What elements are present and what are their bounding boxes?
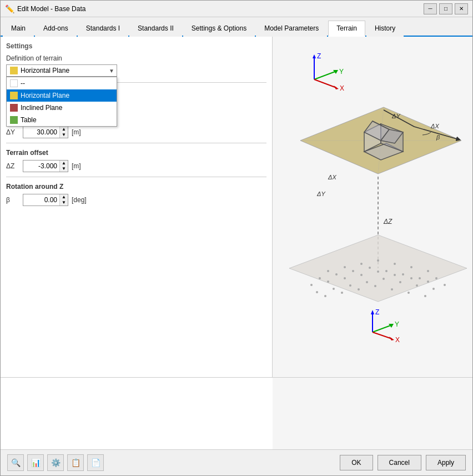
maximize-button[interactable]: □: [439, 3, 452, 14]
svg-point-56: [383, 278, 385, 280]
left-panel: Settings Definition of terrain Horizonta…: [1, 37, 273, 377]
dy-spin-down[interactable]: ▼: [60, 132, 68, 138]
svg-point-53: [333, 288, 335, 290]
footer-action-buttons: OK Cancel Apply: [340, 455, 466, 470]
dz-spin-down[interactable]: ▼: [60, 166, 68, 172]
dy-spin-up[interactable]: ▲: [60, 127, 68, 132]
svg-point-28: [327, 270, 329, 272]
close-button[interactable]: ✕: [455, 3, 468, 14]
window-icon: ✏️: [5, 4, 14, 13]
svg-point-36: [335, 273, 338, 275]
terrain-offset-title: Terrain offset: [6, 149, 266, 157]
dropdown-item-empty[interactable]: --: [7, 77, 117, 89]
divider-3: [6, 177, 266, 177]
cancel-button[interactable]: Cancel: [378, 455, 421, 470]
svg-text:X: X: [395, 336, 400, 344]
footer-clipboard-button[interactable]: 📋: [67, 454, 84, 471]
svg-point-35: [319, 277, 321, 279]
beta-spin-up[interactable]: ▲: [60, 194, 68, 200]
footer: 🔍 📊 ⚙️ 📋 📄 OK Cancel Apply: [1, 449, 472, 475]
tab-terrain[interactable]: Terrain: [328, 21, 365, 37]
dz-spin-buttons: ▲ ▼: [59, 161, 68, 172]
svg-point-62: [358, 288, 360, 290]
axes-bottom: Z Y X: [371, 308, 400, 344]
svg-point-57: [399, 281, 401, 283]
tab-main[interactable]: Main: [3, 21, 34, 37]
svg-point-48: [394, 274, 396, 276]
footer-search-button[interactable]: 🔍: [7, 454, 24, 471]
tab-standards2[interactable]: Standards II: [129, 21, 182, 37]
bottom-left-panel: [1, 377, 273, 449]
beta-spin-down[interactable]: ▼: [60, 200, 68, 206]
svg-point-39: [385, 270, 388, 272]
svg-point-51: [444, 284, 446, 286]
dropdown-item-horizontal[interactable]: Horizontal Plane: [7, 89, 117, 102]
dropdown-color-swatch: [10, 67, 18, 74]
dz-spin-up[interactable]: ▲: [60, 161, 68, 166]
terrain-3d-svg: Z Y X: [273, 46, 472, 368]
tab-standards1[interactable]: Standards I: [78, 21, 128, 37]
horizontal-swatch: [10, 92, 18, 99]
svg-text:ΔX: ΔX: [328, 174, 336, 181]
svg-point-60: [324, 295, 326, 297]
dropdown-item-label-horizontal: Horizontal Plane: [21, 92, 69, 99]
svg-text:Y: Y: [339, 68, 344, 76]
rotation-title: Rotation around Z: [6, 183, 266, 191]
terrain-dropdown-container: Horizontal Plane ▼ -- Horizontal Plane: [6, 64, 117, 77]
svg-point-58: [416, 284, 418, 287]
tab-history[interactable]: History: [366, 21, 404, 37]
svg-text:ΔX: ΔX: [430, 123, 439, 129]
svg-text:X: X: [340, 84, 344, 92]
footer-gear-button[interactable]: ⚙️: [47, 454, 64, 471]
svg-text:Z: Z: [317, 52, 321, 60]
svg-text:ΔZ: ΔZ: [383, 218, 393, 226]
svg-point-65: [407, 292, 410, 294]
terrain-type-dropdown[interactable]: Horizontal Plane ▼: [6, 64, 117, 77]
svg-point-29: [344, 266, 346, 268]
ok-button[interactable]: OK: [340, 455, 373, 470]
svg-point-55: [366, 281, 368, 283]
svg-point-44: [327, 280, 329, 283]
dz-input-wrapper: ▲ ▼: [23, 160, 68, 172]
dropdown-item-label-table: Table: [21, 116, 37, 124]
tab-addons[interactable]: Add-ons: [35, 21, 77, 37]
main-window: ✏️ Edit Model - Base Data ─ □ ✕ Main Add…: [0, 0, 473, 476]
dz-row: ΔZ ▲ ▼ [m]: [6, 160, 266, 172]
svg-point-38: [369, 267, 371, 269]
svg-line-73: [373, 332, 392, 339]
dy-spin-buttons: ▲ ▼: [59, 127, 68, 138]
svg-line-70: [373, 325, 392, 332]
footer-doc-button[interactable]: 📄: [87, 454, 104, 471]
beta-input[interactable]: [23, 194, 59, 206]
dropdown-item-label-empty: --: [21, 79, 25, 87]
axes-top: Z Y X: [313, 52, 344, 92]
apply-button[interactable]: Apply: [426, 455, 466, 470]
settings-heading: Settings: [6, 42, 266, 50]
beta-input-wrapper: ▲ ▼: [23, 194, 68, 206]
footer-chart-button[interactable]: 📊: [27, 454, 44, 471]
terrain-dropdown-menu: -- Horizontal Plane Inclined Plane: [6, 77, 117, 127]
window-controls: ─ □ ✕: [424, 3, 468, 14]
svg-point-50: [427, 280, 429, 283]
svg-text:Y: Y: [395, 320, 399, 328]
beta-label: β: [6, 196, 19, 204]
dy-unit: [m]: [72, 128, 81, 136]
content-area: Settings Definition of terrain Horizonta…: [1, 37, 472, 377]
inclined-swatch: [10, 104, 18, 112]
tab-settings[interactable]: Settings & Options: [183, 21, 255, 37]
svg-point-54: [349, 284, 351, 287]
svg-point-32: [394, 263, 396, 265]
svg-point-49: [410, 277, 412, 279]
bottom-row: [1, 377, 472, 449]
title-bar: ✏️ Edit Model - Base Data ─ □ ✕: [1, 1, 472, 17]
dz-input[interactable]: [23, 161, 59, 172]
svg-point-34: [427, 270, 429, 272]
minimize-button[interactable]: ─: [424, 3, 437, 14]
tab-modelparams[interactable]: Model Parameters: [256, 21, 327, 37]
tab-bar: Main Add-ons Standards I Standards II Se…: [1, 17, 472, 37]
dropdown-item-inclined[interactable]: Inclined Plane: [7, 102, 117, 114]
dy-input[interactable]: [23, 127, 59, 138]
svg-point-41: [419, 277, 421, 279]
svg-line-3: [314, 71, 336, 79]
dropdown-item-table[interactable]: Table: [7, 114, 117, 126]
